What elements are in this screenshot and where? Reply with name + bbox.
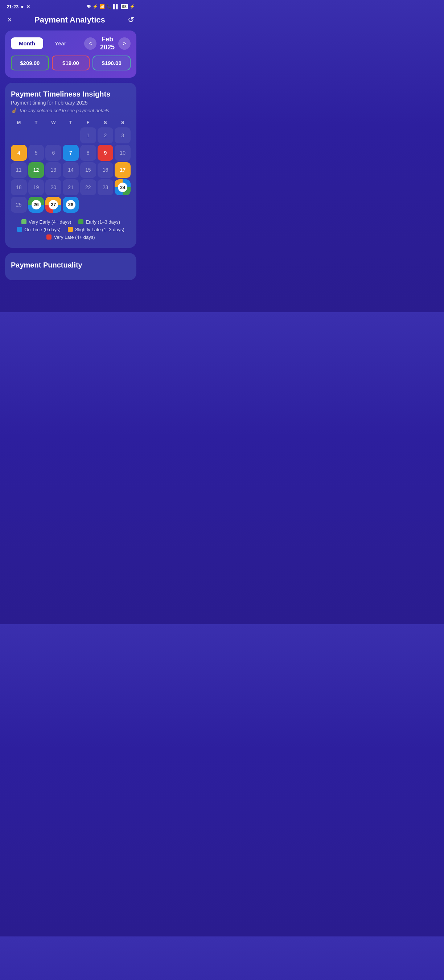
insights-title: Payment Timeliness Insights: [11, 90, 131, 99]
wifi-icon: 📶: [99, 4, 105, 9]
calendar-cell[interactable]: 1: [80, 127, 96, 143]
calendar-cell[interactable]: 7: [63, 145, 79, 161]
legend-very-early: Very Early (4+ days): [21, 219, 71, 225]
calendar-cell[interactable]: 19: [28, 179, 44, 195]
status-right: 👁 ⚡ 📶 📞 ▌▌ 98 ⚡: [87, 4, 135, 9]
next-period-button[interactable]: >: [118, 37, 131, 50]
cal-header-t2: T: [63, 118, 79, 127]
calendar-cell[interactable]: 24: [115, 179, 131, 195]
punctuality-card: Payment Punctuality: [5, 253, 136, 280]
calendar-cell[interactable]: 3: [115, 127, 131, 143]
status-left: 21:23 ● ✕: [6, 4, 30, 10]
slightly-late-dot: [68, 227, 73, 232]
total-amount[interactable]: $209.00: [11, 56, 49, 70]
whatsapp-icon: ●: [21, 4, 24, 10]
period-toggle: Month Year: [11, 37, 75, 49]
prev-period-button[interactable]: <: [84, 37, 97, 50]
punctuality-title: Payment Punctuality: [11, 261, 131, 269]
calendar-cell[interactable]: 15: [80, 162, 96, 178]
calendar-cell[interactable]: 21: [63, 179, 79, 195]
eye-icon: 👁: [87, 4, 91, 9]
calendar-cell[interactable]: 2: [98, 127, 114, 143]
calendar-cell[interactable]: 12: [28, 162, 44, 178]
calendar-cell[interactable]: 18: [11, 179, 27, 195]
calendar-cell[interactable]: 10: [115, 145, 131, 161]
calendar-cell: [28, 127, 44, 143]
on-time-amount[interactable]: $190.00: [92, 56, 131, 70]
status-time: 21:23: [6, 4, 19, 10]
legend-row-1: Very Early (4+ days) Early (1–3 days): [21, 219, 120, 225]
legend-very-late: Very Late (4+ days): [46, 234, 95, 240]
phone-icon: 📞: [106, 4, 112, 9]
bluetooth-icon: ⚡: [92, 4, 98, 9]
legend: Very Early (4+ days) Early (1–3 days) On…: [11, 219, 131, 240]
period-row: Month Year < Feb 2025 >: [11, 35, 131, 51]
on-time-dot: [17, 227, 22, 232]
page-title: Payment Analytics: [35, 15, 105, 25]
refresh-button[interactable]: ↺: [128, 15, 134, 25]
cal-header-t1: T: [28, 118, 44, 127]
legend-slightly-late: Slightly Late (1–3 days): [68, 227, 124, 232]
calendar-cells: 1234567891011121314151617181920212223242…: [11, 127, 131, 213]
calendar-cell[interactable]: 23: [98, 179, 114, 195]
legend-on-time: On Time (0 days): [17, 227, 60, 232]
calendar-cell[interactable]: 11: [11, 162, 27, 178]
calendar-cell[interactable]: 5: [28, 145, 44, 161]
nav-row: < Feb 2025 >: [84, 35, 131, 51]
very-late-dot: [46, 234, 52, 240]
cal-header-m: M: [11, 118, 27, 127]
charging-icon: ⚡: [130, 4, 135, 9]
calendar-cell[interactable]: 9: [98, 145, 114, 161]
calendar-cell[interactable]: 8: [80, 145, 96, 161]
calendar-cell[interactable]: 25: [11, 197, 27, 213]
calendar-cell[interactable]: 6: [45, 145, 61, 161]
current-period-label: Feb 2025: [100, 35, 115, 51]
calendar-cell: [63, 127, 79, 143]
calendar-cell[interactable]: 14: [63, 162, 79, 178]
calendar-cell[interactable]: 4: [11, 145, 27, 161]
very-early-dot: [21, 219, 27, 224]
calendar-cell[interactable]: 13: [45, 162, 61, 178]
month-tab[interactable]: Month: [11, 37, 43, 49]
cal-header-w: W: [45, 118, 61, 127]
calendar-cell[interactable]: 22: [80, 179, 96, 195]
legend-row-2: On Time (0 days) Slightly Late (1–3 days…: [17, 227, 124, 232]
app-header: × Payment Analytics ↺: [0, 12, 141, 30]
x-icon: ✕: [26, 4, 30, 10]
year-tab[interactable]: Year: [47, 37, 75, 49]
early-dot: [78, 219, 83, 224]
amounts-row: $209.00 $19.00 $190.00: [11, 56, 131, 70]
late-amount[interactable]: $19.00: [52, 56, 90, 70]
calendar-cell[interactable]: 17: [115, 162, 131, 178]
battery-level: 98: [121, 4, 128, 9]
calendar-cell[interactable]: 16: [98, 162, 114, 178]
insights-card: Payment Timeliness Insights Payment timi…: [5, 83, 136, 248]
calendar-cell[interactable]: 28: [63, 197, 79, 213]
legend-early: Early (1–3 days): [78, 219, 120, 225]
cal-header-s2: S: [115, 118, 131, 127]
touch-icon: ☝: [11, 108, 17, 113]
calendar-cell[interactable]: 20: [45, 179, 61, 195]
calendar-cell: [45, 127, 61, 143]
calendar-cell[interactable]: 27: [45, 197, 61, 213]
calendar-cell[interactable]: 26: [28, 197, 44, 213]
insights-subtitle: Payment timing for February 2025: [11, 100, 131, 106]
calendar-cell: [11, 127, 27, 143]
cal-header-s1: S: [98, 118, 114, 127]
signal-icon: ▌▌: [113, 4, 119, 9]
cal-header-f: F: [80, 118, 96, 127]
close-button[interactable]: ×: [7, 15, 12, 25]
legend-row-3: Very Late (4+ days): [46, 234, 95, 240]
calendar-grid: M T W T F S S: [11, 118, 131, 127]
period-selector-card: Month Year < Feb 2025 > $209.00 $19.00 $…: [5, 30, 136, 78]
status-bar: 21:23 ● ✕ 👁 ⚡ 📶 📞 ▌▌ 98 ⚡: [0, 0, 141, 12]
tap-hint: ☝ Tap any colored cell to see payment de…: [11, 108, 131, 113]
